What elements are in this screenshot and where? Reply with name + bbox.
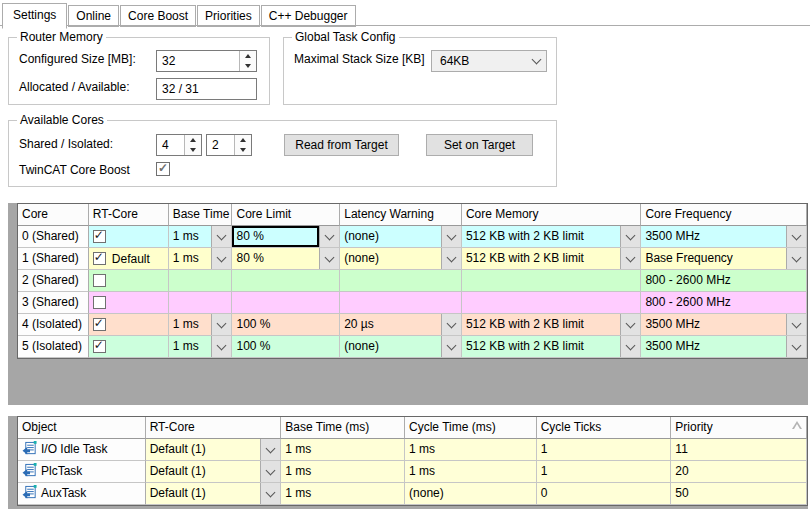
tab-priorities[interactable]: Priorities <box>197 5 260 27</box>
dropdown-button[interactable] <box>620 226 640 247</box>
header-cell-latency-warning[interactable]: Latency Warning <box>340 204 462 226</box>
core-limit-cell[interactable]: 100 % <box>232 314 340 336</box>
dropdown-button[interactable] <box>211 248 231 269</box>
base-time-cell[interactable]: 1 ms <box>169 248 233 270</box>
rt-core-cell[interactable] <box>89 270 169 292</box>
latency-warning-cell[interactable]: (none) <box>340 248 462 270</box>
isolated-cores-input[interactable]: 2 <box>207 135 234 155</box>
task-priority-cell[interactable]: 50 <box>671 483 807 505</box>
header-cell-rt-core[interactable]: RT-Core <box>89 204 169 226</box>
rt-core-checkbox[interactable] <box>93 340 106 353</box>
header-cell-core-memory[interactable]: Core Memory <box>462 204 642 226</box>
isolated-cores-spinner[interactable]: 2 <box>206 134 252 156</box>
twincat-core-boost-checkbox[interactable]: ✓ <box>156 162 170 176</box>
base-time-cell[interactable]: 1 ms <box>169 336 233 358</box>
tab-core-boost[interactable]: Core Boost <box>120 5 196 27</box>
dropdown-button[interactable] <box>260 483 280 504</box>
task-cycle-ticks-cell[interactable]: 0 <box>537 483 672 505</box>
core-frequency-cell[interactable]: 3500 MHz <box>641 226 807 248</box>
spin-up-button[interactable] <box>240 51 256 61</box>
task-cycle-ticks-cell[interactable]: 1 <box>537 439 672 461</box>
task-priority-cell[interactable]: 11 <box>671 439 807 461</box>
spin-up-button[interactable] <box>235 135 251 145</box>
dropdown-button[interactable] <box>786 248 806 269</box>
task-base-time-cell[interactable]: 1 ms <box>281 483 405 505</box>
core-memory-cell[interactable]: 512 KB with 2 KB limit <box>462 314 642 336</box>
core-frequency-cell[interactable]: 800 - 2600 MHz <box>641 270 807 292</box>
base-time-cell[interactable]: 1 ms <box>169 314 233 336</box>
rt-core-cell[interactable] <box>89 292 169 314</box>
dropdown-button[interactable] <box>211 226 231 247</box>
dropdown-button[interactable] <box>786 336 806 357</box>
header-cell-rt-core[interactable]: RT-Core <box>146 417 282 439</box>
shared-cores-input[interactable]: 4 <box>157 135 184 155</box>
dropdown-button[interactable] <box>319 248 339 269</box>
core-frequency-cell[interactable]: 800 - 2600 MHz <box>641 292 807 314</box>
header-cell-core-limit[interactable]: Core Limit <box>232 204 340 226</box>
allocated-available-input[interactable]: 32 / 31 <box>156 78 257 100</box>
configured-size-input[interactable]: 32 <box>157 51 239 71</box>
task-rt-core-cell[interactable]: Default (1) <box>146 439 282 461</box>
rt-core-cell[interactable] <box>89 226 169 248</box>
task-cycle-time-cell[interactable]: 1 ms <box>405 461 537 483</box>
latency-warning-cell[interactable]: 20 µs <box>340 314 462 336</box>
core-limit-cell[interactable]: 80 % <box>232 226 340 248</box>
header-cell-base-time-ms-[interactable]: Base Time (ms) <box>281 417 405 439</box>
dropdown-button[interactable] <box>260 461 280 482</box>
spin-down-button[interactable] <box>240 61 256 71</box>
dropdown-button[interactable] <box>786 314 806 335</box>
task-cycle-ticks-cell[interactable]: 1 <box>537 461 672 483</box>
task-base-time-cell[interactable]: 1 ms <box>281 439 405 461</box>
core-memory-cell[interactable]: 512 KB with 2 KB limit <box>462 226 642 248</box>
dropdown-button[interactable] <box>620 336 640 357</box>
dropdown-button[interactable] <box>620 314 640 335</box>
header-cell-core-frequency[interactable]: Core Frequency <box>641 204 807 226</box>
latency-warning-cell[interactable]: (none) <box>340 336 462 358</box>
core-limit-cell[interactable]: 80 % <box>232 248 340 270</box>
dropdown-button[interactable] <box>441 226 461 247</box>
dropdown-button[interactable] <box>260 439 280 460</box>
rt-core-checkbox[interactable] <box>93 318 106 331</box>
spin-down-button[interactable] <box>185 145 201 155</box>
tab-cpp-debugger[interactable]: C++ Debugger <box>261 5 356 27</box>
dropdown-button[interactable] <box>211 314 231 335</box>
shared-cores-spinner[interactable]: 4 <box>156 134 202 156</box>
core-limit-cell[interactable]: 100 % <box>232 336 340 358</box>
dropdown-button[interactable] <box>319 226 339 247</box>
header-cell-core[interactable]: Core <box>18 204 89 226</box>
task-rt-core-cell[interactable]: Default (1) <box>146 461 282 483</box>
set-on-target-button[interactable]: Set on Target <box>426 134 533 156</box>
core-memory-cell[interactable]: 512 KB with 2 KB limit <box>462 248 642 270</box>
latency-warning-cell[interactable]: (none) <box>340 226 462 248</box>
task-priority-cell[interactable]: 20 <box>671 461 807 483</box>
core-memory-cell[interactable]: 512 KB with 2 KB limit <box>462 336 642 358</box>
dropdown-button[interactable] <box>786 226 806 247</box>
dropdown-button[interactable] <box>620 248 640 269</box>
rt-core-checkbox[interactable] <box>93 230 106 243</box>
dropdown-button[interactable] <box>441 314 461 335</box>
header-cell-priority[interactable]: Priority <box>671 417 807 439</box>
task-cycle-time-cell[interactable]: (none) <box>405 483 537 505</box>
task-base-time-cell[interactable]: 1 ms <box>281 461 405 483</box>
dropdown-button[interactable] <box>211 336 231 357</box>
configured-size-spinner[interactable]: 32 <box>156 50 257 72</box>
rt-core-cell[interactable] <box>89 336 169 358</box>
core-frequency-cell[interactable]: 3500 MHz <box>641 336 807 358</box>
task-rt-core-cell[interactable]: Default (1) <box>146 483 282 505</box>
header-cell-base-time[interactable]: Base Time <box>169 204 233 226</box>
header-cell-cycle-ticks[interactable]: Cycle Ticks <box>537 417 672 439</box>
read-from-target-button[interactable]: Read from Target <box>284 134 399 156</box>
maximal-stack-size-select[interactable]: 64KB <box>431 50 547 72</box>
rt-core-cell[interactable] <box>89 314 169 336</box>
rt-core-cell[interactable]: Default <box>89 248 169 270</box>
tab-settings[interactable]: Settings <box>2 3 67 29</box>
header-cell-cycle-time-ms-[interactable]: Cycle Time (ms) <box>405 417 537 439</box>
dropdown-button[interactable] <box>441 336 461 357</box>
tab-online[interactable]: Online <box>68 5 119 27</box>
spin-up-button[interactable] <box>185 135 201 145</box>
spin-down-button[interactable] <box>235 145 251 155</box>
rt-core-checkbox[interactable] <box>93 274 106 287</box>
dropdown-button[interactable] <box>441 248 461 269</box>
core-frequency-cell[interactable]: Base Frequency <box>641 248 807 270</box>
rt-core-checkbox[interactable] <box>93 252 106 265</box>
